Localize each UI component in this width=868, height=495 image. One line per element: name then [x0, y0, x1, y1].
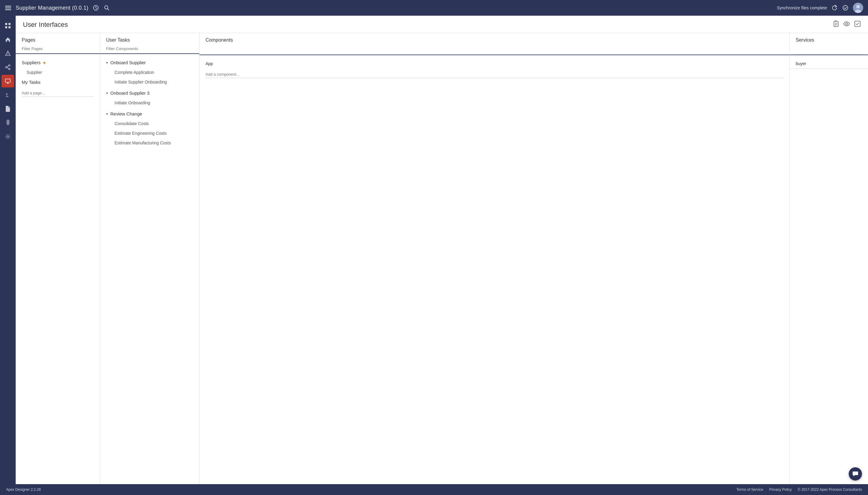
page-header-actions — [832, 20, 861, 33]
svg-point-20 — [9, 68, 10, 70]
pages-column-title: Pages — [22, 37, 94, 43]
pages-column-header: Pages — [16, 33, 100, 54]
sidebar-item-home[interactable] — [1, 33, 14, 46]
pages-filter-input[interactable] — [22, 47, 94, 53]
svg-point-8 — [856, 5, 860, 8]
task-item-estimate-engineering-costs[interactable]: Estimate Engineering Costs — [100, 129, 199, 138]
service-item-buyer[interactable]: buyer — [789, 59, 868, 69]
sidebar-item-share[interactable] — [1, 61, 14, 73]
sidebar-item-sigma[interactable]: Σ — [1, 89, 14, 101]
pages-column-content: Suppliers ★ Supplier My Tasks — [16, 54, 100, 484]
components-column-content: App — [199, 55, 789, 484]
privacy-policy-link[interactable]: Privacy Policy — [769, 488, 792, 492]
svg-point-17 — [7, 54, 8, 55]
components-column-header: Components — [199, 33, 789, 55]
page-header: User Interfaces — [16, 16, 868, 33]
svg-rect-2 — [5, 9, 11, 10]
tasks-column-title: User Tasks — [106, 37, 193, 43]
svg-text:Σ: Σ — [6, 92, 8, 98]
svg-rect-1 — [5, 7, 11, 8]
suppliers-label: Suppliers — [22, 60, 41, 65]
svg-line-21 — [7, 66, 8, 67]
components-column-title: Components — [206, 37, 783, 43]
icon-sidebar: Σ — [0, 16, 16, 484]
history-icon[interactable] — [92, 4, 99, 11]
task-item-complete-application[interactable]: Complete Application — [100, 68, 199, 77]
page-item-my-tasks[interactable]: My Tasks — [16, 77, 100, 87]
svg-point-19 — [6, 67, 7, 68]
chat-bubble[interactable] — [849, 467, 862, 480]
terms-of-service-link[interactable]: Terms of Service — [736, 488, 763, 492]
top-nav-right: Synchronize files complete — [777, 3, 863, 13]
svg-rect-10 — [5, 23, 7, 25]
svg-point-18 — [9, 65, 10, 66]
svg-point-4 — [105, 6, 108, 9]
check-icon[interactable] — [854, 20, 861, 29]
task-item-estimate-manufacturing-costs[interactable]: Estimate Manufacturing Costs — [100, 138, 199, 148]
avatar[interactable] — [853, 3, 863, 13]
task-item-consolidate-costs[interactable]: Consolidate Costs — [100, 119, 199, 129]
sidebar-item-file[interactable] — [1, 102, 14, 115]
page-title: User Interfaces — [23, 21, 68, 33]
task-group-header-onboard-supplier[interactable]: ▾ Onboard Supplier — [100, 57, 199, 68]
page-item-suppliers[interactable]: Suppliers ★ — [16, 57, 100, 68]
task-group-label-review: Review Change — [110, 111, 142, 116]
sidebar-item-dashboard[interactable] — [1, 47, 14, 60]
main-wrapper: Σ User Interfaces — [0, 16, 868, 484]
svg-rect-14 — [7, 40, 9, 42]
sidebar-item-gear[interactable] — [1, 130, 14, 143]
tasks-column-header: User Tasks — [100, 33, 199, 54]
services-column-header: Services — [789, 33, 868, 55]
eye-icon[interactable] — [843, 20, 850, 29]
copyright-text: © 2017-2022 Apex Process Consultants — [798, 488, 862, 492]
task-group-label-onboard-3: Onboard Supplier 3 — [110, 90, 150, 96]
components-column: Components App — [199, 33, 789, 484]
chevron-icon-onboard: ▾ — [106, 61, 108, 65]
svg-rect-11 — [8, 23, 11, 25]
content-area: User Interfaces — [16, 16, 868, 484]
chevron-icon-review: ▾ — [106, 112, 108, 116]
services-column: Services buyer — [789, 33, 868, 484]
svg-line-5 — [108, 9, 109, 10]
search-icon[interactable] — [103, 4, 110, 11]
sidebar-item-puzzle[interactable] — [1, 116, 14, 129]
add-page-input[interactable] — [22, 89, 94, 97]
menu-icon[interactable] — [5, 4, 12, 11]
top-nav: Supplier Management (0.0.1) Synchronize … — [0, 0, 868, 16]
services-column-content: buyer — [789, 55, 868, 484]
svg-point-6 — [843, 5, 848, 10]
sidebar-item-grid[interactable] — [1, 19, 14, 32]
columns-wrapper: Pages Suppliers ★ Supplier My Tasks — [16, 33, 868, 484]
tasks-filter-input[interactable] — [106, 47, 193, 53]
clipboard-icon[interactable] — [832, 20, 839, 29]
add-component-input[interactable] — [206, 71, 783, 78]
page-item-supplier[interactable]: Supplier — [16, 68, 100, 77]
svg-point-32 — [846, 23, 848, 25]
task-item-initiate-supplier-onboarding[interactable]: Initiate Supplier Onboarding — [100, 77, 199, 87]
supplier-label: Supplier — [27, 70, 42, 75]
tasks-column-content: ▾ Onboard Supplier Complete Application … — [100, 54, 199, 484]
svg-rect-13 — [8, 26, 11, 28]
task-item-initiate-onboarding[interactable]: Initiate Onboarding — [100, 98, 199, 108]
refresh-icon[interactable] — [831, 4, 838, 11]
task-group-header-review[interactable]: ▾ Review Change — [100, 109, 199, 119]
star-icon: ★ — [42, 60, 47, 65]
sidebar-item-monitor[interactable] — [1, 75, 14, 87]
svg-line-22 — [7, 68, 8, 69]
tasks-column: User Tasks ▾ Onboard Supplier Complete A… — [100, 33, 199, 484]
footer-links: Terms of Service Privacy Policy © 2017-2… — [736, 488, 862, 492]
task-group-header-onboard-3[interactable]: ▾ Onboard Supplier 3 — [100, 88, 199, 98]
services-column-title: Services — [796, 37, 862, 43]
footer-version: Apex Designer 2.2.28 — [6, 488, 41, 492]
chevron-icon-onboard-3: ▾ — [106, 91, 108, 95]
sync-complete-icon — [842, 4, 849, 11]
component-item-app[interactable]: App — [199, 59, 789, 68]
task-group-onboard-supplier-3: ▾ Onboard Supplier 3 Initiate Onboarding — [100, 88, 199, 108]
svg-rect-23 — [5, 79, 10, 82]
top-nav-left: Supplier Management (0.0.1) — [5, 4, 110, 11]
my-tasks-label: My Tasks — [22, 80, 40, 85]
svg-rect-12 — [5, 26, 7, 28]
svg-rect-0 — [5, 6, 11, 7]
task-group-label-onboard: Onboard Supplier — [110, 60, 146, 65]
pages-column: Pages Suppliers ★ Supplier My Tasks — [16, 33, 100, 484]
